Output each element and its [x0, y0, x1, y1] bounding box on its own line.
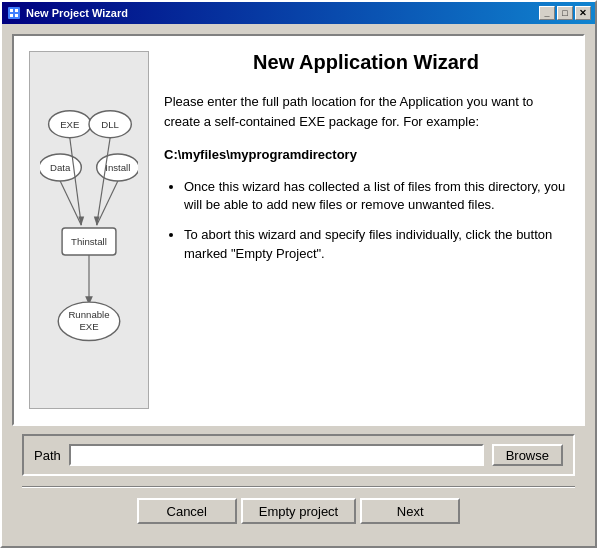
wizard-description: Please enter the full path location for …: [164, 92, 568, 131]
close-button[interactable]: ✕: [575, 6, 591, 20]
window-controls: _ □ ✕: [539, 6, 591, 20]
svg-text:EXE: EXE: [60, 119, 79, 130]
svg-text:Runnable: Runnable: [68, 309, 109, 320]
minimize-button[interactable]: _: [539, 6, 555, 20]
content-panel: New Application Wizard Please enter the …: [164, 51, 568, 409]
workflow-diagram: EXE DLL Data Install: [40, 105, 138, 355]
window-title: New Project Wizard: [26, 7, 128, 19]
svg-rect-4: [15, 14, 18, 17]
path-row: Path Browse: [22, 434, 575, 476]
svg-rect-3: [10, 14, 13, 17]
title-bar: New Project Wizard _ □ ✕: [2, 2, 595, 24]
bottom-area: Path Browse Cancel Empty project Next: [12, 426, 585, 536]
svg-rect-2: [15, 9, 18, 12]
path-label: Path: [34, 448, 61, 463]
diagram-panel: EXE DLL Data Install: [29, 51, 149, 409]
bullet-item-2: To abort this wizard and specify files i…: [184, 226, 568, 262]
wizard-heading: New Application Wizard: [164, 51, 568, 74]
button-row: Cancel Empty project Next: [22, 494, 575, 528]
maximize-button[interactable]: □: [557, 6, 573, 20]
bullet-item-1: Once this wizard has collected a list of…: [184, 178, 568, 214]
separator: [22, 486, 575, 488]
svg-rect-1: [10, 9, 13, 12]
next-button[interactable]: Next: [360, 498, 460, 524]
main-window: New Project Wizard _ □ ✕ EXE DLL: [0, 0, 597, 548]
example-path: C:\myfiles\myprogramdirectory: [164, 147, 568, 162]
app-icon: [6, 5, 22, 21]
bullet-points: Once this wizard has collected a list of…: [164, 178, 568, 263]
cancel-button[interactable]: Cancel: [137, 498, 237, 524]
svg-text:Thinstall: Thinstall: [71, 236, 107, 247]
window-content: EXE DLL Data Install: [2, 24, 595, 546]
path-input[interactable]: [69, 444, 484, 466]
svg-text:EXE: EXE: [79, 321, 98, 332]
browse-button[interactable]: Browse: [492, 444, 563, 466]
svg-text:DLL: DLL: [101, 119, 119, 130]
main-area: EXE DLL Data Install: [12, 34, 585, 426]
empty-project-button[interactable]: Empty project: [241, 498, 356, 524]
svg-text:Install: Install: [105, 162, 130, 173]
svg-rect-0: [8, 7, 20, 19]
svg-text:Data: Data: [50, 162, 71, 173]
